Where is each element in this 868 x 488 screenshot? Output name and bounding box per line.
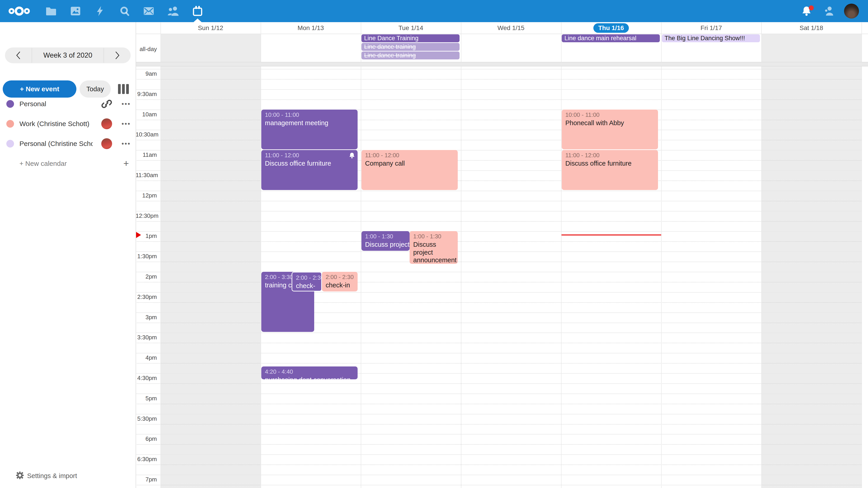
event[interactable]: 4:20 - 4:40purchasing dept conversation [261,366,358,379]
column-border [862,22,862,488]
calendar-name[interactable]: Work (Christine Schott) [20,120,93,128]
shared-by-avatar [101,119,112,129]
allday-event[interactable]: Line dance main rehearsal [562,34,660,42]
calendar-list-item[interactable]: Personal••• [0,94,135,114]
week-switcher: Week 3 of 2020 [5,47,131,63]
day-header[interactable]: Sat 1/18 [761,22,862,34]
slot-line-minor [135,363,862,363]
files-app-button[interactable] [43,0,59,22]
calendar-actions-menu[interactable]: ••• [119,100,133,108]
new-calendar-button[interactable]: + New calendar+ [0,154,135,173]
contacts-icon [167,6,179,16]
day-header[interactable]: Tue 1/14 [361,22,461,34]
event[interactable]: 2:00 - 2:30check-in [291,272,322,291]
event[interactable]: 10:00 - 11:00Phonecall with Abby [562,109,658,150]
today-pill[interactable]: Thu 1/16 [593,23,629,33]
time-label: 11am [135,151,157,158]
slot-line-minor [135,485,862,485]
event[interactable]: 2:00 - 2:30check-in [322,272,358,291]
user-status-button[interactable] [821,0,837,22]
event-time: 2:00 - 2:30 [326,273,356,281]
time-label: 3pm [135,314,157,321]
user-avatar[interactable] [844,4,859,19]
contacts-app-button[interactable] [165,0,181,22]
event[interactable]: 11:00 - 12:00Discuss office furniture [261,150,358,190]
activity-app-button[interactable] [92,0,108,22]
calendar-color-dot[interactable] [6,100,14,108]
calendar-app: Week 3 of 2020 + New event Today Persona… [0,0,868,488]
day-header[interactable]: Fri 1/17 [661,22,761,34]
previous-week-button[interactable] [5,47,32,63]
calendar-name[interactable]: Personal [20,100,93,108]
allday-event[interactable]: Line dance training [362,52,460,59]
column-border [761,22,762,488]
column-border [661,22,662,488]
slot-line [135,252,862,252]
slot-line [135,170,862,171]
time-label: 1:30pm [135,253,157,260]
time-label: 2pm [135,273,157,280]
event[interactable]: 10:00 - 11:00management meeting [261,109,358,150]
week-label[interactable]: Week 3 of 2020 [32,48,104,63]
calendar-actions-menu[interactable]: ••• [119,140,133,148]
chevron-right-icon [114,51,120,60]
time-label: 3:30pm [135,334,157,341]
event-title: Discuss project announcement [365,240,408,248]
calendar-color-dot[interactable] [6,120,14,128]
calendar-name[interactable]: Personal (Christine Scho... [20,140,93,148]
weekend-shading [160,34,260,488]
sidebar-divider [135,22,136,488]
slot-line [135,454,862,455]
event-time: 11:00 - 12:00 [265,152,356,159]
settings-button[interactable]: Settings & import [0,469,135,483]
next-week-button[interactable] [104,47,131,63]
calendar-icon [192,5,203,17]
time-label: 12:30pm [135,213,157,219]
event[interactable]: 11:00 - 12:00Discuss office furniture [562,150,658,190]
calendar-list: Personal•••Work (Christine Schott)•••Per… [0,94,135,173]
slot-line-minor [135,79,862,79]
photos-app-button[interactable] [67,0,84,22]
allday-event[interactable]: Line Dance Training [362,34,460,42]
header-border [135,34,868,34]
alarm-bell-icon [349,152,355,160]
allday-event[interactable]: Line dance training [362,43,460,51]
allday-event[interactable]: The Big Line Dancing Show!!! [662,34,760,42]
calendar-color-dot[interactable] [6,140,14,148]
share-link-icon[interactable] [101,98,112,109]
event[interactable]: 11:00 - 12:00Company call [362,150,458,190]
notifications-button[interactable] [799,0,815,22]
slot-line [135,394,862,394]
search-app-button[interactable] [117,0,133,22]
nextcloud-logo[interactable] [7,0,32,22]
calendar-list-item[interactable]: Work (Christine Schott)••• [0,114,135,134]
day-header[interactable]: Sun 1/12 [160,22,260,34]
event-time: 11:00 - 12:00 [565,152,656,159]
event-time: 10:00 - 11:00 [265,111,356,119]
event-title: Discuss office furniture [565,160,656,167]
day-header[interactable]: Mon 1/13 [260,22,361,34]
slot-line-minor [135,241,862,242]
slot-line [135,332,862,333]
time-label: 7pm [135,476,157,483]
day-header[interactable]: Thu 1/16 [561,22,661,34]
day-header[interactable]: Wed 1/15 [461,22,561,34]
event-title: Company call [365,160,456,167]
mail-app-button[interactable] [141,0,157,22]
slot-line [135,353,862,353]
slot-line [135,231,862,232]
slot-line [135,69,862,69]
allday-label: all-day [135,46,157,53]
slot-line-minor [135,120,862,120]
calendar-actions-menu[interactable]: ••• [119,120,133,128]
slot-line [135,292,862,293]
event[interactable]: 1:00 - 1:30Discuss project announcement [362,231,410,251]
slot-line [135,109,862,110]
slot-line [135,150,862,151]
slot-line-minor [135,323,862,323]
slot-line [135,313,862,313]
event[interactable]: 1:00 - 1:30Discuss project announcement [410,231,458,264]
view-switcher-button[interactable] [118,84,130,94]
event-title: Phonecall with Abby [565,119,656,127]
calendar-list-item[interactable]: Personal (Christine Scho...••• [0,134,135,154]
